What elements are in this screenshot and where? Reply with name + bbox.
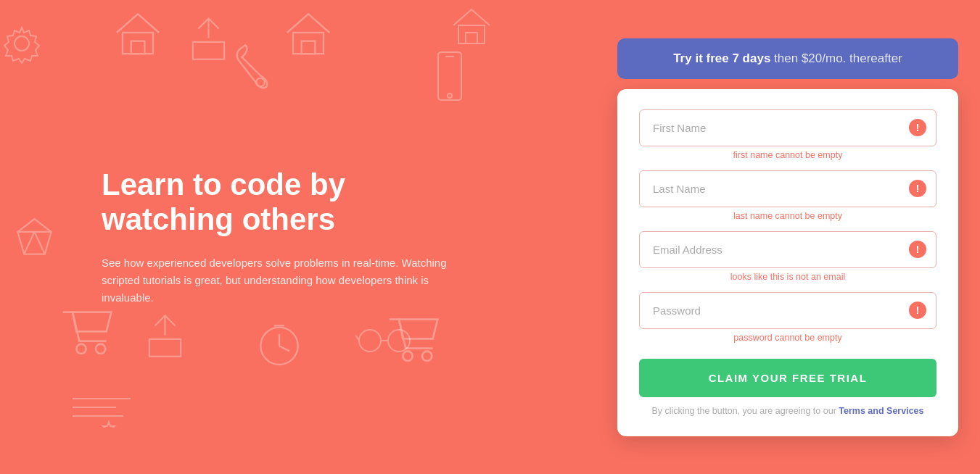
last-name-error: last name cannot be empty <box>639 207 936 227</box>
email-input-wrapper: ! <box>639 231 936 268</box>
form-card: ! first name cannot be empty ! last name… <box>617 89 958 436</box>
terms-link[interactable]: Terms and Services <box>839 406 923 416</box>
password-error: password cannot be empty <box>639 329 936 349</box>
right-panel: Try it free 7 days then $20/mo. thereaft… <box>617 24 980 451</box>
claim-trial-button[interactable]: CLAIM YOUR FREE TRIAL <box>639 359 936 397</box>
password-input[interactable] <box>639 292 936 329</box>
terms-text: By clicking the button, you are agreeing… <box>639 406 936 416</box>
trial-banner: Try it free 7 days then $20/mo. thereaft… <box>617 38 958 79</box>
password-error-icon: ! <box>909 302 926 319</box>
last-name-error-icon: ! <box>909 180 926 197</box>
email-input[interactable] <box>639 231 936 268</box>
first-name-input[interactable] <box>639 109 936 146</box>
email-error-icon: ! <box>909 241 926 258</box>
password-input-wrapper: ! <box>639 292 936 329</box>
last-name-input-wrapper: ! <box>639 170 936 207</box>
email-error: looks like this is not an email <box>639 268 936 288</box>
terms-prefix: By clicking the button, you are agreeing… <box>652 406 839 416</box>
password-group: ! password cannot be empty <box>639 292 936 349</box>
trial-light-text: then $20/mo. thereafter <box>770 51 902 65</box>
last-name-input[interactable] <box>639 170 936 207</box>
page-subtext: See how experienced developers solve pro… <box>102 254 450 307</box>
first-name-error: first name cannot be empty <box>639 146 936 166</box>
trial-bold-text: Try it free 7 days <box>673 51 770 65</box>
page-headline: Learn to code by watching others <box>102 167 435 238</box>
first-name-input-wrapper: ! <box>639 109 936 146</box>
left-panel: Learn to code by watching others See how… <box>0 124 617 351</box>
first-name-error-icon: ! <box>909 119 926 136</box>
page-layout: Learn to code by watching others See how… <box>0 0 980 474</box>
email-group: ! looks like this is not an email <box>639 231 936 288</box>
first-name-group: ! first name cannot be empty <box>639 109 936 166</box>
last-name-group: ! last name cannot be empty <box>639 170 936 227</box>
